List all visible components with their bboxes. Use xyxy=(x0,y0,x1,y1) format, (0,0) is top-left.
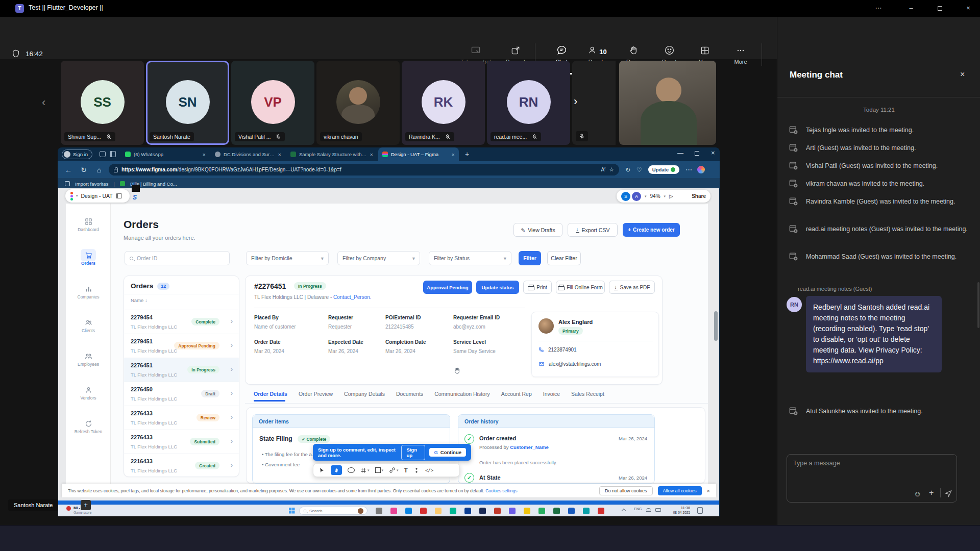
order-row[interactable]: 2216433TL Flex Holdings LLC Created› xyxy=(124,454,239,477)
app-icon[interactable] xyxy=(464,508,471,514)
filter-company-select[interactable]: Filter by Company▾ xyxy=(337,251,420,265)
shape-tool-icon[interactable] xyxy=(348,467,355,473)
allow-cookies-button[interactable]: Allow all cookies xyxy=(658,486,702,495)
tab-close-icon[interactable]: × xyxy=(278,152,281,158)
chat-close-icon[interactable]: × xyxy=(960,70,965,79)
participant-tile[interactable]: RN read.ai mee... xyxy=(487,61,570,145)
home-icon[interactable]: ⌂ xyxy=(91,166,107,174)
tab-company-details[interactable]: Company Details xyxy=(344,391,385,397)
participant-tile[interactable]: vikram chavan xyxy=(316,61,400,145)
order-row[interactable]: 2276433TL Flex Holdings LLC Submitted› xyxy=(124,430,239,454)
app-icon[interactable] xyxy=(405,508,412,514)
app-icon[interactable] xyxy=(524,508,530,514)
spotlight-tile[interactable] xyxy=(619,61,716,145)
app-icon[interactable] xyxy=(568,508,575,514)
tiles-scroll-right-icon[interactable]: › xyxy=(574,95,577,108)
browser-tab[interactable]: Sample Salary Structure with calc× xyxy=(286,147,377,161)
tab-sales-receipt[interactable]: Sales Receipt xyxy=(571,391,604,397)
attach-plus-icon[interactable]: + xyxy=(929,488,934,497)
app-icon[interactable] xyxy=(450,508,456,514)
tab-close-icon[interactable]: × xyxy=(452,152,455,158)
chevron-down-icon[interactable]: ▾ xyxy=(664,194,666,198)
browser-signin-button[interactable]: Sign in xyxy=(62,149,92,159)
participant-tile[interactable]: SN Santosh Narate xyxy=(146,61,229,145)
export-csv-button[interactable]: ↓Export CSV xyxy=(568,223,618,237)
back-icon[interactable]: ← xyxy=(61,166,76,174)
new-tab-icon[interactable]: + xyxy=(465,150,469,158)
tab-account-rep[interactable]: Account Rep xyxy=(501,391,532,397)
print-button[interactable]: Print xyxy=(523,281,552,294)
component-tool-icon[interactable] xyxy=(413,467,420,473)
shared-start-icon[interactable] xyxy=(289,508,295,514)
sidebar-item-vendors[interactable]: Vendors xyxy=(66,386,111,400)
participant-tile[interactable]: SS Shivani Sup... xyxy=(61,61,144,145)
sign-up-button[interactable]: Sign up xyxy=(401,445,425,460)
rectangle-tool-icon[interactable]: ▾ xyxy=(375,467,384,473)
send-icon[interactable] xyxy=(944,490,952,497)
favorite-star-icon[interactable]: ☆ xyxy=(609,166,614,173)
notification-icon[interactable] xyxy=(697,507,703,514)
minimize-button[interactable]: – xyxy=(903,4,919,14)
presenter-add-icon[interactable]: + xyxy=(81,500,91,510)
tiles-scroll-left-icon[interactable]: ‹ xyxy=(42,96,45,109)
sidebar-item-companies[interactable]: Companies xyxy=(66,285,111,299)
tab-invoice[interactable]: Invoice xyxy=(543,391,560,397)
browser-tab[interactable]: (6) WhatsApp× xyxy=(121,147,210,161)
browser-maximize-icon[interactable] xyxy=(695,151,699,156)
chat-message-input[interactable] xyxy=(793,460,936,467)
filter-status-select[interactable]: Filter by Status▾ xyxy=(429,251,511,265)
tab-documents[interactable]: Documents xyxy=(396,391,423,397)
contact-person-link[interactable]: Contact_Person. xyxy=(333,294,372,300)
browser-menu-icon[interactable]: ⋯ xyxy=(685,166,692,173)
view-drafts-button[interactable]: ✎View Drafts xyxy=(513,223,562,237)
tab-close-icon[interactable]: × xyxy=(370,152,373,158)
order-row[interactable]: 2276433TL Flex Holdings LLC Review› xyxy=(124,406,239,430)
browser-minimize-icon[interactable]: — xyxy=(677,149,683,157)
browser-update-button[interactable]: Update xyxy=(648,165,679,174)
save-as-pdf-button[interactable]: ↓Save as PDF xyxy=(609,281,655,294)
active-tool-icon[interactable] xyxy=(331,465,342,475)
app-icon[interactable] xyxy=(420,508,427,514)
create-new-order-button[interactable]: +Create new order xyxy=(623,223,680,237)
tray-chevron-icon[interactable] xyxy=(622,509,626,513)
collaborator-avatar[interactable]: A xyxy=(632,192,641,201)
app-icon[interactable] xyxy=(435,508,442,514)
app-icon[interactable] xyxy=(390,508,397,514)
favorites-heart-icon[interactable]: ♡ xyxy=(636,166,642,173)
approval-pending-button[interactable]: Approval Pending xyxy=(423,281,472,294)
clear-filter-button[interactable]: Clear Filter xyxy=(547,251,581,265)
participant-tile[interactable]: RK Ravindra K... xyxy=(402,61,485,145)
titlebar-more-icon[interactable]: ⋯ xyxy=(871,4,886,14)
maximize-button[interactable] xyxy=(932,4,947,14)
app-icon[interactable] xyxy=(479,508,486,514)
collections-icon[interactable]: ↻ xyxy=(625,166,630,173)
refresh-icon[interactable]: ↻ xyxy=(76,166,91,174)
column-header[interactable]: Name ↓ xyxy=(124,294,239,307)
present-icon[interactable]: ▷ xyxy=(669,193,673,199)
text-tool-icon[interactable]: T xyxy=(404,467,408,474)
contact-email-row[interactable]: alex@vstatefilings.com xyxy=(538,361,601,367)
vertical-tabs-icon[interactable] xyxy=(110,151,116,157)
shared-search-box[interactable]: Search xyxy=(299,507,368,515)
page-scrollbar-thumb[interactable] xyxy=(714,311,718,341)
frame-tool-icon[interactable]: ▾ xyxy=(360,467,370,473)
figma-doc-pill[interactable]: ▾ Design - UAT xyxy=(65,189,130,203)
bookmark-import-favorites[interactable]: Import favorites xyxy=(75,181,108,187)
zoom-level[interactable]: 94% xyxy=(650,193,660,199)
app-icon[interactable] xyxy=(509,508,516,514)
customer-name-link[interactable]: Customer_Name xyxy=(510,444,549,450)
contact-phone-row[interactable]: 2123874901 xyxy=(538,347,577,353)
address-bar[interactable]: https://www.figma.com/design/9BKQ0FOHRWa… xyxy=(109,164,619,176)
deny-cookies-button[interactable]: Do not allow cookies xyxy=(599,486,653,495)
tab-close-icon[interactable]: × xyxy=(203,152,206,158)
app-icon[interactable] xyxy=(553,508,560,514)
workspaces-icon[interactable] xyxy=(100,151,106,157)
copilot-icon[interactable] xyxy=(697,166,705,173)
order-row-selected[interactable]: 2276451TL Flex Holdings LLC In Progress› xyxy=(124,358,239,382)
emoji-icon[interactable]: ☺ xyxy=(914,489,921,498)
participant-tile[interactable]: VP Vishal Patil ... xyxy=(231,61,314,145)
fill-online-form-button[interactable]: Fill Online Form xyxy=(556,281,605,294)
order-row[interactable]: 2276450TL Flex Holdings LLC Draft› xyxy=(124,382,239,406)
browser-tab-active[interactable]: Design - UAT – Figma× xyxy=(378,147,459,161)
collaborator-avatar[interactable]: S xyxy=(621,192,630,201)
